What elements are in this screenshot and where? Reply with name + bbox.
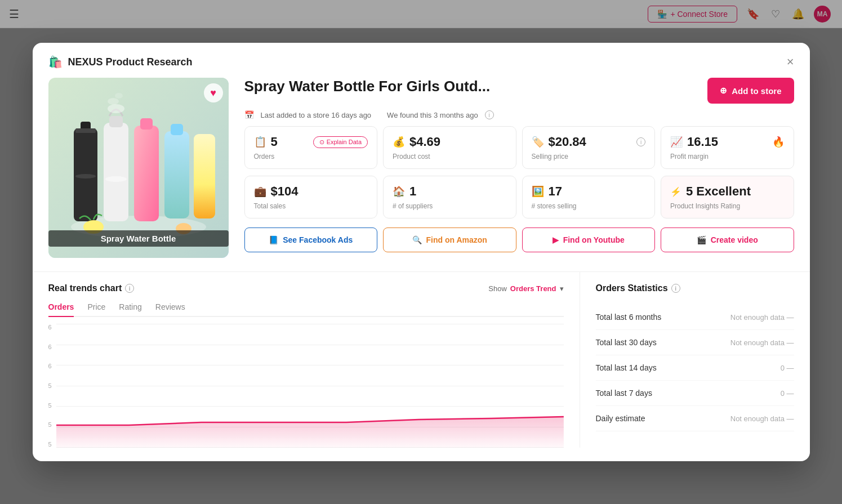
- y-label-5c: 5: [48, 421, 52, 428]
- suppliers-value: 1: [409, 184, 416, 199]
- modal-title: 🛍️ NEXUS Product Research: [48, 55, 193, 69]
- youtube-icon: ▶: [553, 235, 559, 244]
- y-label-5a: 5: [48, 382, 52, 389]
- tab-price[interactable]: Price: [87, 302, 105, 317]
- found-ago-text: We found this 3 months ago: [387, 111, 478, 119]
- orders-value: 5: [271, 135, 278, 149]
- sales-icon: 💼: [254, 185, 266, 198]
- 7days-value: 0 —: [781, 389, 794, 398]
- create-video-label: Create video: [711, 235, 758, 244]
- show-dropdown: Show Orders Trend ▾: [488, 284, 563, 293]
- 6months-value: Not enough data —: [730, 313, 794, 322]
- sales-value: $104: [271, 184, 299, 199]
- stats-grid-row2: 💼 $104 Total sales 🏠 1 # of suppliers: [244, 176, 794, 218]
- sales-label: Total sales: [254, 202, 368, 210]
- product-meta: 📅 Last added to a store 16 days ago We f…: [244, 110, 794, 119]
- product-section: Spray Water Bottle ♥ Spray Water Bottle …: [33, 78, 810, 269]
- svg-rect-9: [134, 126, 159, 221]
- 14days-value: 0 —: [781, 364, 794, 372]
- price-label: Selling price: [532, 153, 646, 160]
- cost-icon: 💰: [393, 136, 405, 148]
- stores-value: 17: [549, 184, 562, 199]
- svg-rect-11: [164, 131, 189, 218]
- product-title: Spray Water Bottle For Girls Outd...: [244, 78, 491, 95]
- product-image: Spray Water Bottle ♥: [48, 78, 229, 258]
- svg-point-8: [105, 176, 127, 182]
- stat-row-6months: Total last 6 months Not enough data —: [596, 305, 794, 330]
- fire-icon: 🔥: [772, 136, 785, 148]
- tab-orders[interactable]: Orders: [48, 302, 74, 317]
- stat-row-14days: Total last 14 days 0 —: [596, 355, 794, 381]
- svg-rect-7: [109, 116, 123, 127]
- modal-header: 🛍️ NEXUS Product Research ×: [33, 43, 810, 78]
- modal-overlay: 🛍️ NEXUS Product Research ×: [0, 0, 842, 504]
- add-to-store-button[interactable]: ⊕ Add to store: [707, 78, 794, 104]
- svg-point-16: [115, 93, 123, 99]
- cost-value: $4.69: [409, 135, 440, 149]
- suppliers-label: # of suppliers: [393, 202, 507, 210]
- y-label-5d: 5: [48, 441, 52, 448]
- profit-icon: 📈: [670, 136, 683, 148]
- image-label: Spray Water Bottle: [48, 230, 229, 247]
- wishlist-button[interactable]: ♥: [204, 83, 223, 102]
- star-icon: ⚡: [670, 186, 681, 197]
- suppliers-icon: 🏠: [393, 185, 405, 198]
- orders-trend-dropdown[interactable]: Orders Trend: [510, 284, 556, 293]
- svg-point-14: [108, 104, 124, 113]
- chart-header: Real trends chart i Show Orders Trend ▾: [48, 283, 564, 293]
- price-info-icon: i: [636, 137, 645, 146]
- stores-label: # stores selling: [532, 202, 646, 210]
- product-title-row: Spray Water Bottle For Girls Outd... ⊕ A…: [244, 78, 794, 104]
- find-on-youtube-button[interactable]: ▶ Find on Youtube: [522, 228, 656, 252]
- orders-icon: 📋: [254, 136, 266, 148]
- y-label-6a: 6: [48, 324, 52, 331]
- daily-value: Not enough data —: [730, 414, 794, 423]
- 6months-label: Total last 6 months: [596, 313, 662, 322]
- explain-data-button[interactable]: ⊙ Explain Data: [313, 136, 368, 148]
- price-value: $20.84: [549, 135, 586, 149]
- profit-value: 16.15: [687, 135, 718, 149]
- y-label-5b: 5: [48, 402, 52, 409]
- tab-reviews[interactable]: Reviews: [155, 302, 185, 317]
- create-video-button[interactable]: 🎬 Create video: [661, 228, 794, 252]
- modal-title-text: NEXUS Product Research: [68, 56, 193, 68]
- statistics-title: Orders Statistics i: [596, 283, 794, 293]
- stat-total-sales: 💼 $104 Total sales: [244, 176, 378, 218]
- svg-rect-6: [104, 123, 128, 221]
- rating-label: Product Insights Rating: [670, 202, 785, 210]
- rating-value: 5 Excellent: [686, 184, 751, 199]
- price-icon: 🏷️: [532, 136, 544, 148]
- stat-orders: 📋 5 ⊙ Explain Data Orders: [244, 126, 378, 169]
- chart-tabs: Orders Price Rating Reviews: [48, 302, 564, 317]
- stat-profit-margin: 📈 16.15 🔥 Profit margin: [661, 126, 794, 169]
- explain-icon: ⊙: [319, 139, 324, 146]
- last-added-text: Last added to a store 16 days ago: [261, 111, 372, 119]
- chart-info-icon: i: [125, 284, 134, 293]
- stat-selling-price: 🏷️ $20.84 i Selling price: [522, 126, 656, 169]
- 14days-label: Total last 14 days: [596, 363, 657, 372]
- tab-rating[interactable]: Rating: [119, 302, 141, 317]
- stat-stores: 🖼️ 17 # stores selling: [522, 176, 656, 218]
- 7days-label: Total last 7 days: [596, 389, 652, 398]
- amazon-label: Find on Amazon: [426, 235, 487, 244]
- 30days-value: Not enough data —: [730, 338, 794, 347]
- close-button[interactable]: ×: [787, 56, 794, 68]
- profit-label: Profit margin: [670, 153, 785, 160]
- see-facebook-ads-button[interactable]: 📘 See Facebook Ads: [244, 228, 378, 252]
- find-on-amazon-button[interactable]: 🔍 Find on Amazon: [383, 228, 516, 252]
- explain-label: Explain Data: [327, 139, 362, 145]
- y-label-6b: 6: [48, 344, 52, 350]
- chart-svg: [56, 324, 564, 448]
- chevron-down-icon[interactable]: ▾: [560, 284, 564, 293]
- svg-rect-10: [140, 118, 153, 130]
- shopping-bag-icon: 🛍️: [48, 55, 63, 69]
- stats-grid-row1: 📋 5 ⊙ Explain Data Orders: [244, 126, 794, 169]
- stat-row-7days: Total last 7 days 0 —: [596, 381, 794, 406]
- chart-area: 6 6 6 5 5 5 5: [48, 324, 564, 448]
- bottom-section: Real trends chart i Show Orders Trend ▾ …: [33, 271, 810, 461]
- chart-canvas: [56, 324, 564, 448]
- facebook-icon: 📘: [269, 235, 278, 244]
- stat-row-daily: Daily estimate Not enough data —: [596, 406, 794, 431]
- stores-icon: 🖼️: [532, 185, 544, 198]
- stat-insights-rating: ⚡ 5 Excellent Product Insights Rating: [661, 176, 794, 218]
